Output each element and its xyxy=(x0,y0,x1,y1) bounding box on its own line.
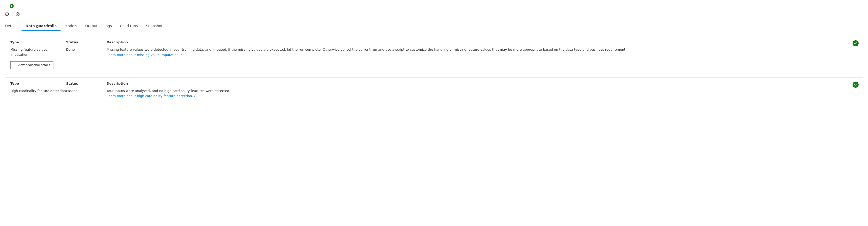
status-value: Passed xyxy=(66,88,106,93)
check-icon xyxy=(852,40,859,46)
learn-more-link[interactable]: Learn more about missing value imputatio… xyxy=(106,53,182,57)
view-details-label: View additional details xyxy=(18,63,50,67)
refresh-button[interactable] xyxy=(5,11,11,17)
external-link-icon: ↗ xyxy=(180,54,182,57)
type-value: Missing feature values imputation xyxy=(10,47,66,57)
cancel-button[interactable] xyxy=(16,11,21,17)
type-header: Type xyxy=(10,40,66,47)
tab-data-guardrails[interactable]: Data guardrails xyxy=(22,21,61,31)
type-value: High cardinality feature detection xyxy=(10,88,66,93)
tab-snapshot[interactable]: Snapshot xyxy=(142,21,166,31)
external-link-icon: ↗ xyxy=(193,95,195,97)
refresh-icon xyxy=(5,12,9,16)
tab-child-runs[interactable]: Child runs xyxy=(116,21,142,31)
check-icon xyxy=(852,82,859,88)
tab-models[interactable]: Models xyxy=(61,21,81,31)
page-header xyxy=(5,4,863,8)
description-value: Your inputs were analyzed, and no high c… xyxy=(106,88,847,99)
status-header: Status xyxy=(66,40,106,47)
tab-outputs-logs[interactable]: Outputs + logs xyxy=(81,21,116,31)
learn-more-link[interactable]: Learn more about high cardinality featur… xyxy=(106,94,196,98)
view-additional-details-button[interactable]: + View additional details xyxy=(10,61,54,69)
type-header: Type xyxy=(10,82,66,88)
status-badge xyxy=(10,4,15,8)
guardrail-section-high-cardinality: Type High cardinality feature detection … xyxy=(5,77,863,103)
plus-icon: + xyxy=(14,63,16,67)
cancel-icon xyxy=(16,12,20,16)
status-value: Done xyxy=(66,47,106,52)
description-value: Missing feature values were detected in … xyxy=(106,47,847,58)
status-dot-icon xyxy=(10,4,14,8)
guardrail-section-missing-values: Type Missing feature values imputation S… xyxy=(5,36,863,73)
tab-nav: DetailsData guardrailsModelsOutputs + lo… xyxy=(5,21,863,31)
description-header: Description xyxy=(106,40,847,47)
toolbar xyxy=(5,11,863,17)
tab-details[interactable]: Details xyxy=(5,21,22,31)
status-header: Status xyxy=(66,82,106,88)
description-header: Description xyxy=(106,82,847,88)
guardrail-sections: Type Missing feature values imputation S… xyxy=(5,36,863,103)
